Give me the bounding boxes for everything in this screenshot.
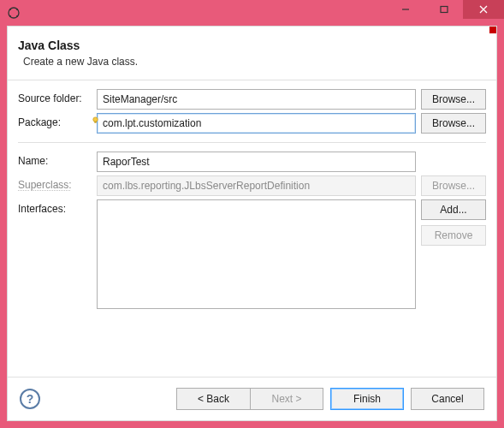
lightbulb-icon (92, 116, 99, 124)
form-area: Source folder: Browse... Package: Browse… (8, 80, 496, 377)
page-title: Java Class (18, 39, 483, 52)
browse-package-button[interactable]: Browse... (421, 113, 486, 134)
dialog-window: Java Class Create a new Java class. Sour… (0, 0, 504, 428)
superclass-input (97, 175, 416, 196)
row-source-folder: Source folder: Browse... (18, 89, 486, 110)
help-button[interactable]: ? (20, 389, 40, 409)
label-source-folder: Source folder: (18, 89, 92, 104)
row-superclass: Superclass: Browse... (18, 175, 486, 196)
footer: ? < Back Next > Finish Cancel (8, 377, 496, 420)
row-interfaces: Interfaces: Add... Remove (18, 199, 486, 309)
app-icon (7, 6, 21, 20)
corner-marker (489, 27, 496, 33)
page-subtitle: Create a new Java class. (18, 56, 483, 68)
row-package: Package: Browse... (18, 113, 486, 134)
name-input[interactable] (97, 152, 416, 172)
label-superclass: Superclass: (18, 175, 92, 191)
finish-button[interactable]: Finish (330, 388, 404, 410)
browse-superclass-button: Browse... (421, 175, 486, 196)
interfaces-list[interactable] (97, 199, 416, 309)
svg-point-4 (16, 15, 18, 17)
svg-point-9 (93, 117, 98, 122)
add-interface-button[interactable]: Add... (421, 199, 486, 220)
label-package: Package: (18, 113, 92, 128)
row-name: Name: (18, 152, 486, 172)
remove-interface-button: Remove (421, 225, 486, 246)
cancel-button[interactable]: Cancel (411, 388, 484, 410)
window-controls (386, 0, 504, 26)
svg-point-3 (9, 15, 11, 17)
source-folder-input[interactable] (97, 89, 416, 110)
next-button: Next > (250, 388, 323, 410)
back-next-group: < Back Next > (176, 388, 323, 410)
separator (18, 142, 486, 143)
package-input[interactable] (97, 113, 416, 134)
close-button[interactable] (463, 0, 504, 19)
header-banner: Java Class Create a new Java class. (8, 27, 496, 80)
svg-point-1 (9, 9, 11, 10)
label-name: Name: (18, 152, 92, 167)
form-spacer (18, 312, 486, 377)
titlebar[interactable] (0, 0, 504, 26)
label-interfaces: Interfaces: (18, 199, 92, 215)
back-button[interactable]: < Back (176, 388, 250, 410)
svg-rect-10 (94, 122, 96, 123)
browse-source-folder-button[interactable]: Browse... (421, 89, 486, 110)
svg-rect-6 (441, 7, 448, 13)
maximize-button[interactable] (424, 0, 463, 19)
svg-point-2 (16, 9, 18, 10)
minimize-button[interactable] (386, 0, 424, 19)
client-area: Java Class Create a new Java class. Sour… (7, 26, 497, 421)
